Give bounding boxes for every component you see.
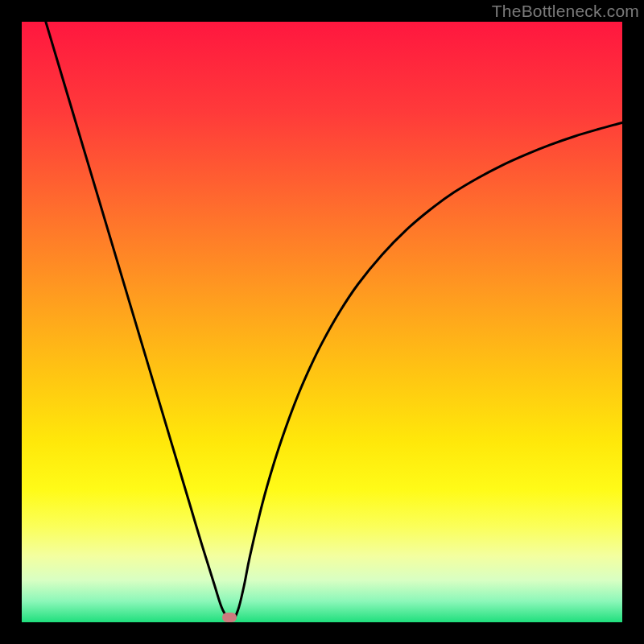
optimal-point-marker <box>222 613 237 622</box>
chart-frame <box>22 22 622 622</box>
bottleneck-chart <box>22 22 622 622</box>
gradient-background <box>22 22 622 622</box>
watermark-text: TheBottleneck.com <box>492 2 639 21</box>
